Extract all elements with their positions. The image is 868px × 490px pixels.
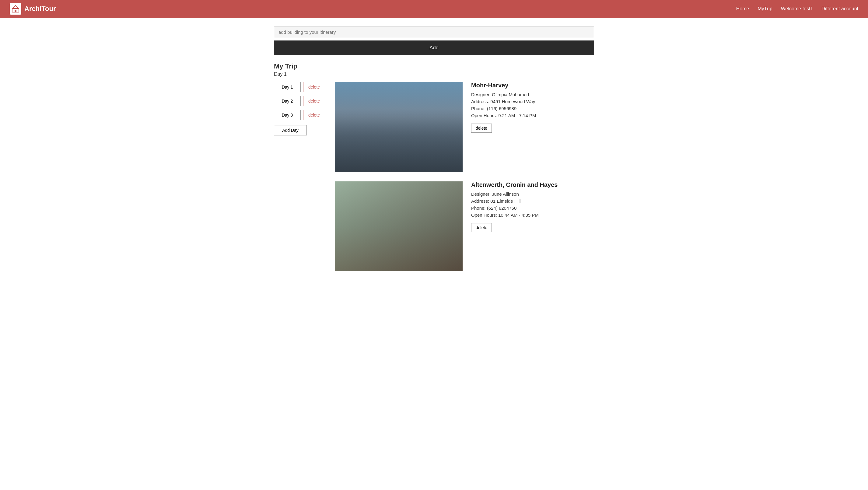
building-hours-2: Open Hours: 10:44 AM - 4:35 PM bbox=[471, 212, 594, 218]
logo: ArchiTour bbox=[10, 3, 736, 14]
logo-icon bbox=[10, 3, 21, 14]
day-row-2: Day 2 delete bbox=[274, 96, 325, 106]
day-1-button[interactable]: Day 1 bbox=[274, 82, 301, 92]
nav-mytrip[interactable]: MyTrip bbox=[758, 6, 772, 11]
day-row-1: Day 1 delete bbox=[274, 82, 325, 92]
building-card-1: Mohr-Harvey Designer: Olimpia Mohamed Ad… bbox=[335, 82, 594, 172]
building-phone-2: Phone: (624) 8204750 bbox=[471, 206, 594, 211]
nav-welcome[interactable]: Welcome test1 bbox=[781, 6, 813, 11]
building-address-1: Address: 9491 Homewood Way bbox=[471, 99, 594, 104]
main-content: Add My Trip Day 1 Day 1 delete Day 2 del… bbox=[267, 18, 601, 280]
nav-links: Home MyTrip Welcome test1 Different acco… bbox=[736, 6, 858, 11]
building-designer-2: Designer: June Allinson bbox=[471, 191, 594, 196]
building-phone-1: Phone: (116) 6956989 bbox=[471, 106, 594, 111]
day-3-button[interactable]: Day 3 bbox=[274, 110, 301, 120]
day-2-button[interactable]: Day 2 bbox=[274, 96, 301, 106]
building-image-2 bbox=[335, 181, 463, 271]
delete-building-2-button[interactable]: delete bbox=[471, 223, 492, 232]
day-sidebar: Day 1 delete Day 2 delete Day 3 delete A… bbox=[274, 82, 325, 271]
delete-day-1-button[interactable]: delete bbox=[303, 82, 325, 92]
delete-day-3-button[interactable]: delete bbox=[303, 110, 325, 120]
search-input[interactable] bbox=[274, 26, 594, 38]
nav-home[interactable]: Home bbox=[736, 6, 749, 11]
building-address-2: Address: 01 Elmside Hill bbox=[471, 198, 594, 204]
day-row-3: Day 3 delete bbox=[274, 110, 325, 120]
building-hours-1: Open Hours: 9:21 AM - 7:14 PM bbox=[471, 113, 594, 118]
building-name-1: Mohr-Harvey bbox=[471, 82, 594, 89]
navbar: ArchiTour Home MyTrip Welcome test1 Diff… bbox=[0, 0, 868, 18]
buildings-list: Mohr-Harvey Designer: Olimpia Mohamed Ad… bbox=[335, 82, 594, 271]
building-card-2: Altenwerth, Cronin and Hayes Designer: J… bbox=[335, 181, 594, 271]
building-designer-1: Designer: Olimpia Mohamed bbox=[471, 92, 594, 97]
nav-different-account[interactable]: Different account bbox=[822, 6, 858, 11]
building-info-2: Altenwerth, Cronin and Hayes Designer: J… bbox=[471, 181, 594, 232]
logo-text: ArchiTour bbox=[24, 5, 56, 13]
svg-rect-1 bbox=[14, 10, 17, 12]
add-day-button[interactable]: Add Day bbox=[274, 125, 307, 135]
trip-layout: Day 1 delete Day 2 delete Day 3 delete A… bbox=[274, 82, 594, 271]
building-name-2: Altenwerth, Cronin and Hayes bbox=[471, 181, 594, 188]
my-trip-title: My Trip bbox=[274, 62, 594, 70]
building-info-1: Mohr-Harvey Designer: Olimpia Mohamed Ad… bbox=[471, 82, 594, 133]
add-button[interactable]: Add bbox=[274, 40, 594, 55]
building-image-1 bbox=[335, 82, 463, 172]
day-label: Day 1 bbox=[274, 71, 594, 77]
delete-day-2-button[interactable]: delete bbox=[303, 96, 325, 106]
delete-building-1-button[interactable]: delete bbox=[471, 124, 492, 133]
